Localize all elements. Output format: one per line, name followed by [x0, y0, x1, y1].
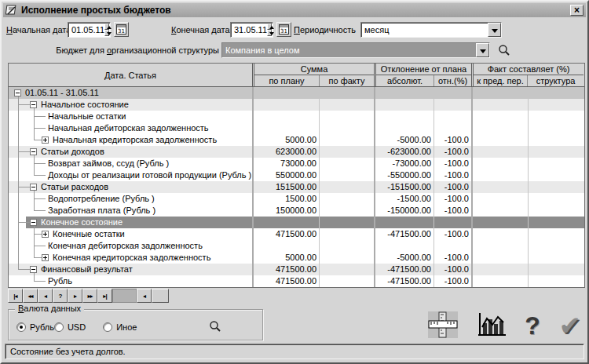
collapse-icon[interactable] [30, 101, 37, 108]
budget-table: Дата. Статья Суммапо планупо фактуОтклон… [8, 63, 585, 288]
table-row[interactable]: Начальная дебиторская задолженность [9, 122, 584, 134]
table-row[interactable]: Возврат займов, ссуд (Рубль )73000.00-73… [9, 158, 584, 169]
table-row[interactable]: 01.05.11 - 31.05.11 [9, 87, 584, 99]
currency-search-button[interactable] [209, 320, 221, 334]
table-row[interactable]: Конечная кредиторская задолженность5000.… [9, 252, 584, 264]
table-cell [434, 87, 471, 99]
end-date-value: 31.05.11 [234, 23, 267, 37]
window-title: Исполнение простых бюджетов [21, 5, 570, 16]
start-date-spinner[interactable] [104, 24, 109, 36]
radio-icon[interactable] [54, 322, 64, 332]
table-cell: 471500.00 [252, 275, 319, 287]
period-combobox[interactable]: месяц [360, 22, 502, 38]
budget-search-button[interactable] [498, 44, 510, 58]
table-cell: -100.0 [434, 158, 471, 169]
table-row[interactable]: Конечная дебиторская задолженность [9, 240, 584, 252]
column-header[interactable]: к пред. пер. [474, 75, 527, 86]
column-header[interactable]: отн.(%) [434, 75, 471, 86]
table-cell [471, 193, 528, 205]
currency-option-иное[interactable]: Иное [103, 322, 137, 332]
table-row[interactable]: Статьи доходов623000.00-623000.00-100.0 [9, 146, 584, 158]
table-cell [434, 122, 471, 134]
scrollbar-track[interactable] [112, 289, 137, 303]
expand-icon[interactable] [42, 136, 49, 144]
table-cell: -100.0 [434, 193, 471, 205]
table-cell [434, 240, 471, 252]
chart-button[interactable] [477, 312, 507, 339]
table-row[interactable]: Рубль471500.00-471500.00-100.0 [9, 275, 584, 287]
column-header[interactable]: структура [527, 75, 584, 86]
table-cell: 471500.00 [252, 228, 319, 240]
table-cell: -100.0 [434, 181, 471, 193]
table-row[interactable]: Доходы от реализации готовой продукции (… [9, 169, 584, 181]
table-row[interactable]: Статьи расходов151500.00-151500.00-100.0 [9, 181, 584, 193]
ok-button[interactable]: ✔ [558, 311, 581, 340]
table-row[interactable]: Заработная плата (Рубль )150000.00-15000… [9, 205, 584, 217]
scroll-left-button[interactable]: ◂ [137, 289, 152, 303]
table-row[interactable]: Конечные остатки471500.00-471500.00-100.… [9, 228, 584, 240]
table-cell [528, 181, 584, 193]
table-row[interactable]: Водопотребление (Рубль )1500.00-1500.00-… [9, 193, 584, 205]
collapse-icon[interactable] [14, 89, 21, 96]
collapse-icon[interactable] [30, 184, 37, 191]
currency-option-usd[interactable]: USD [54, 322, 86, 332]
row-label: Возврат займов, ссуд (Рубль ) [9, 158, 169, 169]
table-cell: 471500.00 [252, 264, 319, 275]
column-header-date[interactable]: Дата. Статья [9, 64, 252, 86]
table-row[interactable]: Начальная кредиторская задолженность5000… [9, 134, 584, 146]
column-header[interactable]: по плану [254, 75, 319, 86]
navigator-button[interactable]: ? [53, 289, 68, 303]
table-cell [471, 275, 528, 287]
chevron-down-icon[interactable] [476, 43, 489, 57]
table-cell [319, 181, 374, 193]
radio-icon[interactable] [103, 322, 112, 332]
table-row[interactable]: Конечное состояние [9, 217, 584, 228]
navigator-button[interactable]: ▸ [68, 289, 82, 303]
navigator-button[interactable]: |◂ [8, 289, 23, 303]
start-date-value: 01.05.11 [71, 23, 104, 37]
radio-icon[interactable] [16, 322, 26, 332]
help-button[interactable]: ? [525, 311, 540, 340]
table-row[interactable]: Финансовый результат471500.00-471500.00-… [9, 264, 584, 275]
table-cell [471, 264, 528, 275]
navigator-button[interactable]: ▸▸ [82, 289, 97, 303]
end-date-spinner[interactable] [267, 24, 272, 36]
close-button[interactable]: × [570, 5, 584, 16]
magnifier-icon [498, 44, 510, 56]
table-cell [528, 275, 584, 287]
table-cell: -100.0 [434, 134, 471, 146]
column-group-header[interactable]: Отклонение от плана [376, 64, 471, 75]
table-row[interactable]: Начальные остатки [9, 111, 584, 122]
column-header[interactable]: по факту [319, 75, 374, 86]
collapse-icon[interactable] [30, 266, 37, 273]
table-cell: -100.0 [434, 252, 471, 264]
column-group-header[interactable]: Сумма [254, 64, 374, 75]
title-bar[interactable]: Исполнение простых бюджетов × [3, 3, 586, 17]
start-date-calendar-button[interactable]: 31 [114, 22, 129, 37]
ruler-settings-button[interactable] [428, 311, 458, 340]
navigator-button[interactable]: ▸| [97, 289, 112, 303]
end-date-calendar-button[interactable]: 31 [276, 22, 291, 37]
budget-combobox[interactable]: Компания в целом [221, 42, 490, 58]
collapse-icon[interactable] [30, 219, 37, 226]
end-date-label: Конечная дата [171, 22, 230, 38]
end-date-input[interactable]: 31.05.11 [230, 22, 273, 38]
column-group-header[interactable]: Факт составляет (%) [474, 64, 584, 75]
tree-line [18, 169, 19, 181]
table-cell [528, 169, 584, 181]
column-header[interactable]: абсолют. [376, 75, 434, 86]
collapse-icon[interactable] [30, 148, 37, 155]
chevron-down-icon[interactable] [488, 23, 501, 37]
scrollbar-thumb[interactable] [152, 289, 169, 303]
table-cell: 151500.00 [252, 181, 319, 193]
navigator-button[interactable]: ◂ [38, 289, 53, 303]
currency-option-рубль[interactable]: Рубль [16, 322, 54, 332]
expand-icon[interactable] [42, 231, 49, 238]
table-cell: 5000.00 [252, 252, 319, 264]
table-row[interactable]: Начальное состояние [9, 99, 584, 111]
start-date-input[interactable]: 01.05.11 [68, 22, 111, 38]
table-cell [528, 252, 584, 264]
expand-icon[interactable] [42, 254, 49, 261]
navigator-button[interactable]: ◂◂ [23, 289, 38, 303]
table-cell [319, 134, 374, 146]
